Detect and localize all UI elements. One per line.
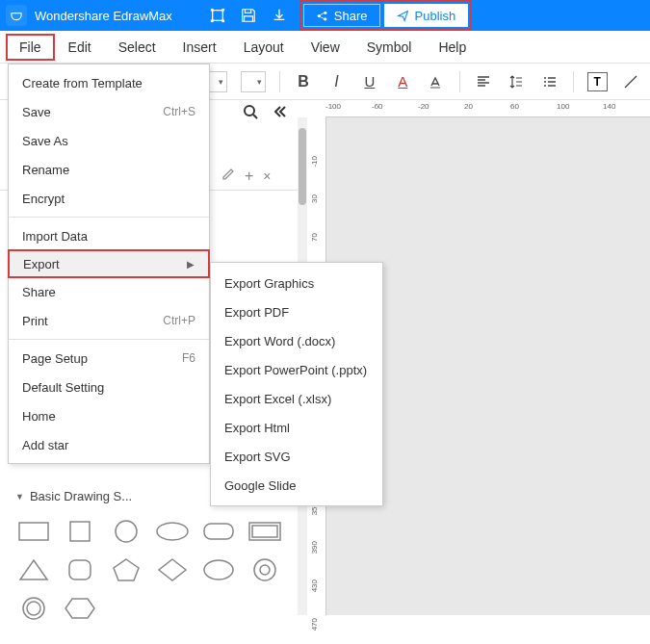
menu-print[interactable]: PrintCtrl+P (9, 306, 209, 335)
export-svg[interactable]: Export SVG (211, 442, 382, 471)
svg-point-11 (544, 85, 546, 87)
svg-rect-4 (221, 19, 224, 22)
export-excel[interactable]: Export Excel (.xlsx) (211, 384, 382, 413)
shape-rounded-square[interactable] (60, 554, 100, 586)
publish-label: Publish (415, 9, 456, 23)
svg-point-22 (254, 559, 275, 580)
save-icon[interactable] (240, 7, 257, 24)
menu-create-template[interactable]: Create from Template (9, 68, 209, 97)
menu-symbol[interactable]: Symbol (353, 34, 426, 61)
svg-rect-2 (221, 9, 224, 12)
shape-pentagon[interactable] (106, 554, 146, 586)
align-left-button[interactable] (474, 70, 493, 93)
shape-square[interactable] (60, 515, 100, 548)
publish-button[interactable]: Publish (384, 4, 469, 27)
file-menu: Create from Template SaveCtrl+S Save As … (8, 64, 210, 464)
export-google-slide[interactable]: Google Slide (211, 471, 382, 500)
svg-point-21 (204, 560, 233, 580)
svg-point-9 (544, 77, 546, 79)
svg-rect-8 (430, 87, 440, 89)
app-title: Wondershare EdrawMax (35, 9, 172, 23)
export-graphics[interactable]: Export Graphics (211, 269, 382, 297)
menu-view[interactable]: View (298, 34, 353, 61)
shape-circle[interactable] (106, 515, 146, 548)
line-spacing-button[interactable] (507, 70, 526, 93)
font-color-button[interactable]: A (393, 70, 412, 93)
menu-help[interactable]: Help (425, 34, 480, 61)
menu-export[interactable]: Export▶ (8, 249, 210, 278)
highlight-button[interactable] (427, 70, 446, 93)
svg-rect-0 (212, 11, 222, 21)
menu-layout[interactable]: Layout (230, 34, 298, 61)
shape-hexagon[interactable] (60, 592, 100, 625)
svg-rect-13 (19, 523, 48, 540)
submenu-arrow-icon: ▶ (187, 259, 195, 270)
publish-icon (397, 10, 409, 22)
menu-save-as[interactable]: Save As (9, 126, 209, 155)
menu-encrypt[interactable]: Encrypt (9, 184, 209, 213)
menu-home[interactable]: Home (9, 401, 209, 430)
svg-point-25 (27, 602, 40, 615)
svg-rect-19 (252, 526, 277, 537)
text-tool-button[interactable]: T (587, 72, 608, 91)
italic-button[interactable]: I (326, 70, 346, 93)
menu-insert[interactable]: Insert (169, 34, 230, 61)
export-submenu: Export Graphics Export PDF Export Word (… (210, 262, 383, 506)
svg-point-15 (116, 521, 137, 542)
fill-color-dropdown[interactable]: ▾ (241, 71, 266, 92)
shape-double-rect[interactable] (245, 515, 285, 548)
shape-rectangle[interactable] (13, 515, 54, 548)
menu-file[interactable]: File (6, 34, 55, 61)
shape-donut[interactable] (245, 554, 285, 586)
menu-page-setup[interactable]: Page SetupF6 (9, 344, 209, 373)
share-icon (316, 10, 328, 22)
app-logo (6, 5, 27, 26)
svg-rect-14 (70, 522, 90, 541)
svg-point-10 (544, 81, 546, 83)
shape-ring[interactable] (13, 592, 54, 625)
shape-diamond[interactable] (152, 554, 193, 586)
svg-rect-3 (211, 19, 214, 22)
menu-default-setting[interactable]: Default Setting (9, 373, 209, 401)
menu-select[interactable]: Select (105, 34, 169, 61)
download-icon[interactable] (271, 7, 288, 24)
menu-rename[interactable]: Rename (9, 155, 209, 184)
fit-icon[interactable] (209, 7, 226, 24)
export-powerpoint[interactable]: Export PowerPoint (.pptx) (211, 355, 382, 384)
shape-ellipse[interactable] (152, 515, 193, 548)
svg-point-12 (245, 106, 254, 116)
svg-rect-17 (204, 524, 233, 539)
export-pdf[interactable]: Export PDF (211, 297, 382, 326)
share-button[interactable]: Share (303, 4, 380, 27)
menu-share[interactable]: Share (9, 277, 209, 306)
menu-import-data[interactable]: Import Data (9, 221, 209, 250)
menu-add-star[interactable]: Add star (9, 430, 209, 459)
titlebar: Wondershare EdrawMax Share Publish (0, 0, 650, 31)
menu-edit[interactable]: Edit (55, 34, 105, 61)
export-html[interactable]: Export Html (211, 413, 382, 442)
bullets-button[interactable] (540, 70, 559, 93)
chevron-down-icon: ▼ (15, 492, 24, 502)
shape-oval[interactable] (198, 554, 239, 586)
svg-point-23 (260, 565, 270, 575)
export-word[interactable]: Export Word (.docx) (211, 326, 382, 355)
menubar: File Edit Select Insert Layout View Symb… (0, 31, 650, 64)
svg-point-16 (157, 523, 188, 540)
svg-rect-1 (211, 9, 214, 12)
share-label: Share (334, 9, 368, 23)
shape-rounded-rect[interactable] (198, 515, 239, 548)
horizontal-ruler: -100 -60 -20 20 60 100 140 (325, 100, 650, 117)
connector-button[interactable] (621, 70, 640, 93)
shape-triangle[interactable] (13, 554, 54, 586)
bold-button[interactable]: B (294, 70, 313, 93)
share-publish-group: Share Publish (299, 0, 472, 31)
menu-save[interactable]: SaveCtrl+S (9, 97, 209, 126)
underline-button[interactable]: U (360, 70, 379, 93)
svg-rect-20 (69, 560, 91, 580)
